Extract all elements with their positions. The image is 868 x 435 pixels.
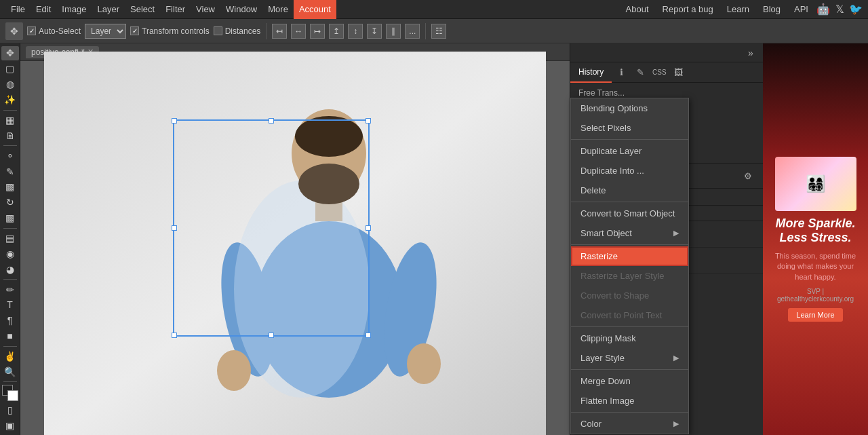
menu-view[interactable]: View [191, 0, 220, 19]
quick-mask-tool[interactable]: ▯ [1, 402, 19, 417]
reddit-icon[interactable]: 🤖 [816, 3, 830, 16]
hand-tool[interactable]: ✌ [1, 349, 19, 364]
ctx-delete[interactable]: Delete [571, 181, 688, 200]
ctx-select-pixels[interactable]: Select Pixels [571, 118, 688, 138]
heal-tool[interactable]: ⚬ [1, 149, 19, 163]
menu-edit[interactable]: Edit [31, 0, 56, 19]
eraser-tool[interactable]: ▩ [1, 211, 19, 225]
layers-settings-icon[interactable]: ⚙ [738, 166, 757, 185]
auto-select-checkbox[interactable] [27, 26, 36, 35]
menu-more[interactable]: More [262, 0, 294, 19]
ad-brand: SVP | gethealthyclerkcounty.org [774, 288, 857, 303]
ad-panel: 👨‍👩‍👧‍👦 More Sparkle. Less Stress. This … [763, 43, 868, 435]
align-middle-icon[interactable]: ↕ [348, 24, 363, 39]
auto-select-checkbox-group: Auto-Select [27, 26, 81, 36]
svg-point-8 [407, 343, 441, 384]
crop-tool[interactable]: ▦ [1, 113, 19, 127]
text-tool[interactable]: T [1, 298, 19, 312]
menu-blog[interactable]: Blog [757, 0, 786, 19]
ctx-rasterize[interactable]: Rasterize [571, 246, 688, 266]
screen-mode-tool[interactable]: ▣ [1, 418, 19, 432]
menu-about[interactable]: About [620, 0, 654, 19]
tool-divider-6 [3, 381, 17, 382]
move-tool[interactable]: ✥ [1, 46, 19, 60]
gradient-tool[interactable]: ▤ [1, 231, 19, 246]
select-tool[interactable]: ▢ [1, 62, 19, 76]
zoom-tool[interactable]: 🔍 [1, 365, 19, 379]
brush-tool[interactable]: ✎ [1, 164, 19, 178]
brush-panel-icon[interactable]: ✎ [631, 63, 650, 82]
ctx-duplicate-layer[interactable]: Duplicate Layer [571, 141, 688, 161]
ctx-clipping-mask[interactable]: Clipping Mask [571, 328, 688, 348]
toolbar-divider-1 [266, 23, 267, 39]
top-menu-bar: File Edit Image Layer Select Filter View… [0, 0, 868, 19]
more-icon[interactable]: ... [405, 24, 420, 39]
canvas-background [44, 52, 546, 436]
color-swatches[interactable] [1, 385, 19, 401]
tool-divider-3 [3, 228, 17, 229]
menu-file[interactable]: File [5, 0, 31, 19]
eyedropper-tool[interactable]: 🗎 [1, 128, 19, 143]
layer-select[interactable]: Layer [85, 24, 126, 39]
ctx-blending-options[interactable]: Blending Options [571, 98, 688, 118]
canvas-content [20, 61, 570, 435]
ctx-flatten-image[interactable]: Flatten Image [571, 391, 688, 411]
blur-tool[interactable]: ◉ [1, 246, 19, 261]
panel-collapse-icon[interactable]: » [741, 43, 760, 62]
distribute-h-icon[interactable]: ∥ [386, 24, 401, 39]
ctx-convert-smart-object[interactable]: Convert to Smart Object [571, 204, 688, 223]
move-tool-icon[interactable]: ✥ [5, 22, 23, 40]
ctx-merge-down[interactable]: Merge Down [571, 371, 688, 391]
clone-tool[interactable]: ▩ [1, 180, 19, 194]
menu-account[interactable]: Account [294, 0, 336, 19]
image-panel-icon[interactable]: 🖼 [669, 63, 688, 82]
main-area: ✥ ▢ ◍ ✨ ▦ 🗎 ⚬ ✎ ▩ ↻ ▩ ▤ ◉ ◕ ✏ T ¶ ■ ✌ 🔍 … [0, 43, 868, 435]
twitter-icon[interactable]: 𝕏 [833, 3, 846, 16]
menu-image[interactable]: Image [56, 0, 92, 19]
ctx-color-arrow: ▶ [673, 419, 679, 428]
shape-tool[interactable]: ■ [1, 329, 19, 343]
ctx-smart-object[interactable]: Smart Object ▶ [571, 223, 688, 243]
tool-divider-2 [3, 145, 17, 146]
menu-learn[interactable]: Learn [722, 0, 755, 19]
align-center-icon[interactable]: ↔ [291, 24, 306, 39]
menu-api[interactable]: API [789, 0, 814, 19]
dodge-tool[interactable]: ◕ [1, 262, 19, 276]
lasso-tool[interactable]: ◍ [1, 77, 19, 92]
ctx-layer-style-arrow: ▶ [673, 354, 679, 362]
align-bottom-icon[interactable]: ↧ [367, 24, 382, 39]
history-brush-tool[interactable]: ↻ [1, 195, 19, 210]
transform-controls-checkbox[interactable] [130, 26, 139, 35]
magic-wand-tool[interactable]: ✨ [1, 93, 19, 107]
align-right-icon[interactable]: ↦ [310, 24, 325, 39]
ctx-smart-object-arrow: ▶ [673, 229, 679, 238]
css-panel-icon[interactable]: CSS [650, 63, 669, 82]
paragraph-tool[interactable]: ¶ [1, 314, 19, 328]
canvas-area: positive-confi * ✕ [20, 43, 570, 435]
align-top-icon[interactable]: ↥ [329, 24, 344, 39]
background-color[interactable] [7, 390, 18, 401]
facebook-icon[interactable]: 🐦 [849, 3, 863, 16]
canvas-image[interactable] [44, 52, 546, 436]
ctx-rasterize-layer-style: Rasterize Layer Style [571, 266, 688, 286]
pen-tool[interactable]: ✏ [1, 282, 19, 297]
context-menu: Blending Options Select Pixels Duplicate… [570, 98, 689, 434]
grid-icon[interactable]: ☷ [431, 24, 446, 39]
ctx-layer-style[interactable]: Layer Style ▶ [571, 348, 688, 368]
align-left-icon[interactable]: ↤ [272, 24, 287, 39]
ctx-duplicate-into[interactable]: Duplicate Into ... [571, 161, 688, 181]
ctx-divider-6 [571, 412, 688, 413]
menu-report-bug[interactable]: Report a bug [657, 0, 719, 19]
svg-point-11 [295, 116, 363, 157]
history-tab[interactable]: History [570, 62, 612, 83]
ctx-divider-5 [571, 369, 688, 370]
ad-cta-button[interactable]: Learn More [788, 308, 842, 322]
menu-window[interactable]: Window [220, 0, 262, 19]
distances-checkbox[interactable] [214, 26, 222, 35]
menu-layer[interactable]: Layer [92, 0, 125, 19]
menu-select[interactable]: Select [125, 0, 160, 19]
info-panel-icon[interactable]: ℹ [612, 63, 631, 82]
menu-filter[interactable]: Filter [160, 0, 191, 19]
panel-icon-row: » [570, 43, 763, 62]
ctx-color[interactable]: Color ▶ [571, 414, 688, 434]
